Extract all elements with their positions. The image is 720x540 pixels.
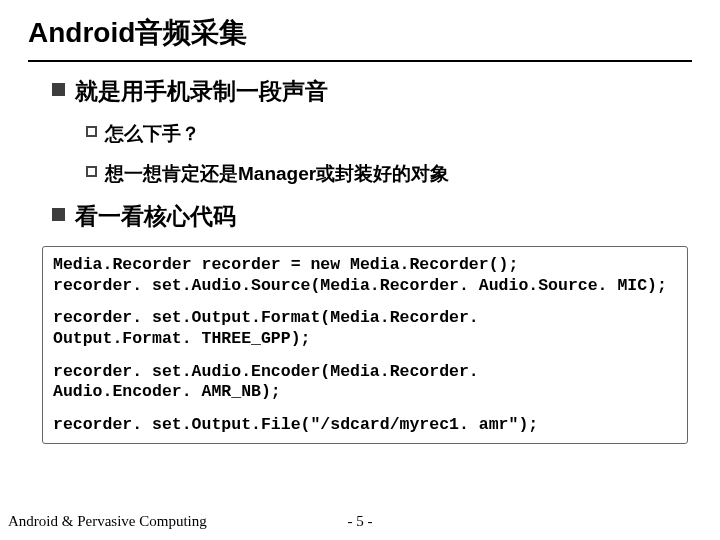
bullet-text: 就是用手机录制一段声音 (75, 76, 328, 107)
bullet-text: 怎么下手？ (105, 121, 200, 147)
code-block: recorder. set.Output.File("/sdcard/myrec… (53, 415, 677, 436)
bullet-level1: 就是用手机录制一段声音 (52, 76, 692, 107)
slide-title: Android音频采集 (28, 14, 692, 62)
hollow-square-bullet-icon (86, 166, 97, 177)
code-line: recorder. set.Audio.Encoder(Media.Record… (53, 362, 677, 383)
slide-content: 就是用手机录制一段声音 怎么下手？ 想一想肯定还是Manager或封装好的对象 … (28, 76, 692, 232)
bullet-level2: 想一想肯定还是Manager或封装好的对象 (86, 161, 692, 187)
bullet-text: 看一看核心代码 (75, 201, 236, 232)
bullet-level1: 看一看核心代码 (52, 201, 692, 232)
code-block: Media.Recorder recorder = new Media.Reco… (53, 255, 677, 296)
slide-footer: Android & Pervasive Computing - 5 - (0, 513, 720, 530)
bullet-level2: 怎么下手？ (86, 121, 692, 147)
square-bullet-icon (52, 83, 65, 96)
footer-page-number: - 5 - (348, 513, 373, 530)
code-line: recorder. set.Audio.Source(Media.Recorde… (53, 276, 677, 297)
code-line: recorder. set.Output.File("/sdcard/myrec… (53, 415, 677, 436)
bullet-text: 想一想肯定还是Manager或封装好的对象 (105, 161, 449, 187)
hollow-square-bullet-icon (86, 126, 97, 137)
code-line: Audio.Encoder. AMR_NB); (53, 382, 677, 403)
code-block: recorder. set.Audio.Encoder(Media.Record… (53, 362, 677, 403)
code-line: Media.Recorder recorder = new Media.Reco… (53, 255, 677, 276)
code-line: Output.Format. THREE_GPP); (53, 329, 677, 350)
code-box: Media.Recorder recorder = new Media.Reco… (42, 246, 688, 444)
square-bullet-icon (52, 208, 65, 221)
slide-body: Android音频采集 就是用手机录制一段声音 怎么下手？ 想一想肯定还是Man… (0, 0, 720, 444)
code-block: recorder. set.Output.Format(Media.Record… (53, 308, 677, 349)
code-line: recorder. set.Output.Format(Media.Record… (53, 308, 677, 329)
footer-left-text: Android & Pervasive Computing (0, 513, 207, 530)
